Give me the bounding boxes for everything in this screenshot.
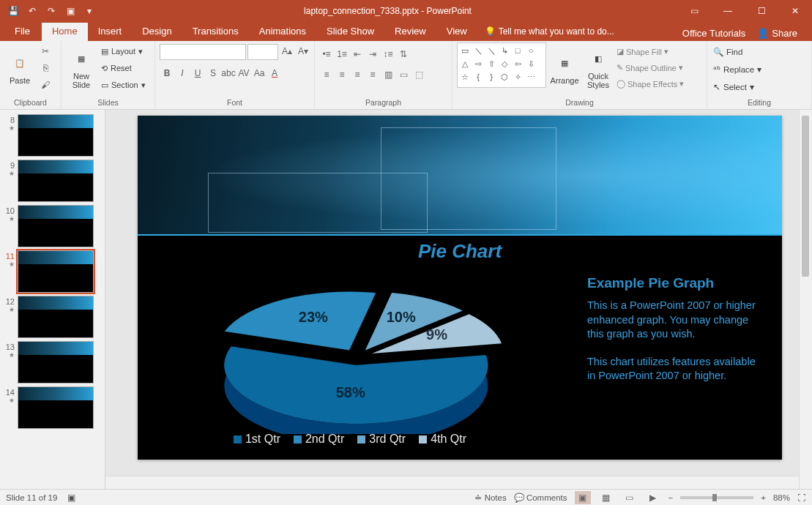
shape-tri-icon[interactable]: △ bbox=[459, 58, 471, 70]
zoom-slider-thumb[interactable] bbox=[712, 494, 717, 501]
indent-increase-icon[interactable]: ⇥ bbox=[365, 47, 380, 61]
spacing-icon[interactable]: AV bbox=[236, 66, 251, 81]
select-button[interactable]: ↖Select▾ bbox=[712, 79, 763, 95]
zoom-level[interactable]: 88% bbox=[773, 493, 790, 502]
shape-arrowu-icon[interactable]: ⇧ bbox=[485, 58, 497, 70]
tab-design[interactable]: Design bbox=[132, 23, 182, 41]
shape-line-icon[interactable]: ＼ bbox=[472, 45, 484, 56]
thumbnail-slide-11[interactable]: 11★ bbox=[0, 249, 105, 294]
shape-hex-icon[interactable]: ⬡ bbox=[499, 71, 510, 83]
fit-to-window-icon[interactable]: ⛶ bbox=[797, 493, 806, 502]
save-icon[interactable]: 💾 bbox=[4, 2, 22, 20]
thumbnail-slide-9[interactable]: 9★ bbox=[0, 158, 105, 203]
ribbon-display-icon[interactable]: ▭ bbox=[677, 0, 711, 22]
new-slide-button[interactable]: ▦ New Slide bbox=[66, 42, 97, 94]
qat-customize-icon[interactable]: ▾ bbox=[81, 2, 98, 20]
align-left-icon[interactable]: ≡ bbox=[319, 67, 334, 82]
align-text-icon[interactable]: ▭ bbox=[396, 67, 411, 82]
slide-text-box[interactable]: Example Pie Graph This is a PowerPoint 2… bbox=[587, 275, 763, 397]
thumbnail-slide-8[interactable]: 8★ bbox=[0, 113, 105, 158]
tab-insert[interactable]: Insert bbox=[88, 23, 133, 41]
tab-review[interactable]: Review bbox=[384, 23, 436, 41]
font-color-icon[interactable]: A bbox=[267, 66, 282, 81]
outline-collapse-bar[interactable] bbox=[113, 227, 122, 373]
layout-button[interactable]: ▤Layout▾ bbox=[100, 44, 147, 59]
replace-button[interactable]: ᵃᵇReplace▾ bbox=[712, 61, 763, 78]
slide-thumbnails-panel[interactable]: 8★9★10★11★12★13★14★ bbox=[0, 110, 105, 489]
shape-conn-icon[interactable]: ↳ bbox=[499, 45, 510, 56]
shape-square-icon[interactable]: □ bbox=[512, 45, 524, 56]
horizontal-scrollbar[interactable] bbox=[105, 476, 799, 489]
close-button[interactable]: ✕ bbox=[778, 0, 812, 22]
zoom-out-button[interactable]: − bbox=[668, 493, 674, 502]
numbering-icon[interactable]: 1≡ bbox=[335, 47, 349, 61]
office-tutorials-link[interactable]: Office Tutorials bbox=[682, 28, 745, 39]
pie-chart[interactable]: 58%23%10%9% 1st Qtr2nd Qtr3rd Qtr4th Qtr bbox=[160, 258, 540, 449]
align-center-icon[interactable]: ≡ bbox=[335, 67, 349, 82]
normal-view-icon[interactable]: ▣ bbox=[575, 491, 591, 504]
shape-more-icon[interactable]: ⋯ bbox=[525, 71, 537, 83]
shape-arrowl-icon[interactable]: ⇦ bbox=[512, 58, 524, 70]
shape-curly2-icon[interactable]: } bbox=[485, 71, 497, 83]
shape-star-icon[interactable]: ☆ bbox=[459, 71, 471, 83]
tab-animations[interactable]: Animations bbox=[249, 23, 316, 41]
cut-icon[interactable]: ✂ bbox=[38, 44, 53, 59]
font-size-combo[interactable] bbox=[247, 44, 278, 60]
redo-icon[interactable]: ↷ bbox=[42, 2, 60, 20]
slide-canvas[interactable]: Pie Chart 58%23%10%9% 1st Qtr2nd Qtr3rd … bbox=[138, 116, 782, 460]
align-right-icon[interactable]: ≡ bbox=[350, 67, 365, 82]
justify-icon[interactable]: ≡ bbox=[365, 67, 380, 82]
bold-icon[interactable]: B bbox=[160, 66, 174, 81]
comments-button[interactable]: 💬 Comments bbox=[514, 493, 567, 503]
strike-icon[interactable]: S bbox=[206, 66, 220, 81]
tab-slideshow[interactable]: Slide Show bbox=[316, 23, 384, 41]
shape-curly-icon[interactable]: { bbox=[472, 71, 484, 83]
undo-icon[interactable]: ↶ bbox=[23, 2, 41, 20]
thumbnail-slide-14[interactable]: 14★ bbox=[0, 385, 105, 430]
columns-icon[interactable]: ▥ bbox=[381, 67, 395, 82]
minimize-button[interactable]: — bbox=[711, 0, 745, 22]
reset-button[interactable]: ⟲Reset bbox=[100, 61, 147, 75]
file-tab[interactable]: File bbox=[3, 23, 42, 41]
shape-outline-button[interactable]: ✎Shape Outline▾ bbox=[617, 60, 684, 75]
decrease-font-icon[interactable]: A▾ bbox=[296, 44, 310, 59]
paste-button[interactable]: 📋 Paste bbox=[4, 42, 35, 94]
slide-counter[interactable]: Slide 11 of 19 bbox=[6, 493, 57, 502]
vertical-scrollbar[interactable] bbox=[799, 110, 812, 489]
notes-button[interactable]: ≐ Notes bbox=[474, 493, 506, 503]
zoom-in-button[interactable]: + bbox=[761, 493, 766, 502]
bullets-icon[interactable]: •≡ bbox=[319, 47, 334, 61]
shadow-icon[interactable]: abc bbox=[221, 66, 236, 81]
spellcheck-icon[interactable]: ▣ bbox=[67, 493, 75, 503]
section-button[interactable]: ▭Section▾ bbox=[100, 78, 147, 92]
thumbnail-slide-10[interactable]: 10★ bbox=[0, 203, 105, 249]
tab-home[interactable]: Home bbox=[42, 23, 88, 41]
shape-circle-icon[interactable]: ○ bbox=[525, 45, 537, 56]
tell-me-search[interactable]: 💡 Tell me what you want to do... bbox=[477, 23, 622, 41]
font-name-combo[interactable] bbox=[160, 44, 246, 60]
thumbnail-slide-13[interactable]: 13★ bbox=[0, 340, 105, 385]
shape-rect-icon[interactable]: ▭ bbox=[459, 45, 471, 56]
shape-arrowd-icon[interactable]: ⇩ bbox=[525, 58, 537, 70]
arrange-button[interactable]: ▦ Arrange bbox=[549, 42, 580, 94]
quick-styles-button[interactable]: ◧ Quick Styles bbox=[583, 42, 614, 94]
shapes-gallery[interactable]: ▭ ＼ ＼ ↳ □ ○ △ ⇨ ⇧ ◇ ⇦ ⇩ ☆ { } ⬡ ✧ ⋯ bbox=[457, 42, 546, 88]
indent-decrease-icon[interactable]: ⇤ bbox=[350, 47, 365, 61]
case-icon[interactable]: Aa bbox=[252, 66, 267, 81]
shape-fill-button[interactable]: ◪Shape Fill▾ bbox=[617, 44, 684, 59]
start-from-beginning-icon[interactable]: ▣ bbox=[62, 2, 79, 20]
format-painter-icon[interactable]: 🖌 bbox=[38, 78, 53, 92]
italic-icon[interactable]: I bbox=[175, 66, 190, 81]
smartart-icon[interactable]: ⬚ bbox=[411, 67, 426, 82]
shape-arrowr-icon[interactable]: ⇨ bbox=[472, 58, 484, 70]
underline-icon[interactable]: U bbox=[190, 66, 205, 81]
sorter-view-icon[interactable]: ▦ bbox=[598, 491, 614, 504]
tab-transitions[interactable]: Transitions bbox=[182, 23, 249, 41]
zoom-slider[interactable] bbox=[680, 496, 753, 499]
shape-plus-icon[interactable]: ✧ bbox=[512, 71, 524, 83]
reading-view-icon[interactable]: ▭ bbox=[622, 491, 638, 504]
shape-effects-button[interactable]: ◯Shape Effects▾ bbox=[617, 76, 684, 91]
text-direction-icon[interactable]: ⇅ bbox=[396, 47, 411, 61]
shape-line2-icon[interactable]: ＼ bbox=[485, 45, 497, 56]
scroll-thumb[interactable] bbox=[802, 116, 809, 277]
